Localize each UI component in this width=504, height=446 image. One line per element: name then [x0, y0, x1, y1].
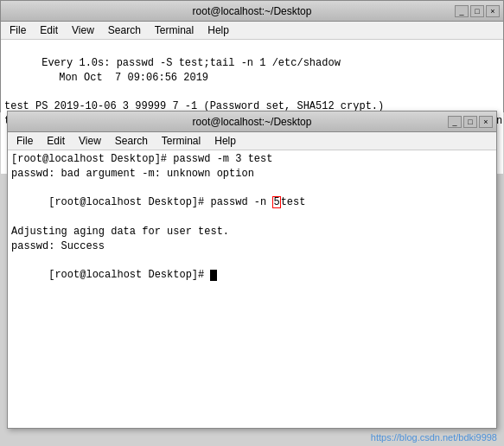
bottom-line-2: passwd: bad argument -m: unknown option [11, 167, 493, 182]
menu-search-top[interactable]: Search [106, 23, 143, 37]
bottom-line-4: Adjusting aging data for user test. [11, 225, 493, 239]
line1-left: Every 1.0s: passwd -S test;tail -n 1 /et… [41, 57, 341, 69]
title-bar-top: root@localhost:~/Desktop _ □ × [1, 1, 503, 22]
menu-bar-bottom: File Edit View Search Terminal Help [8, 132, 496, 150]
bottom-line-1: [root@localhost Desktop]# passwd -m 3 te… [11, 152, 493, 167]
terminal-window-top: root@localhost:~/Desktop _ □ × File Edit… [0, 0, 504, 112]
terminal-output-bottom: [root@localhost Desktop]# passwd -m 3 te… [8, 150, 496, 299]
menu-edit-top[interactable]: Edit [38, 23, 60, 37]
top-window-title: root@localhost:~/Desktop [193, 5, 312, 17]
line3-pre: [root@localhost Desktop]# passwd -n [48, 196, 272, 208]
menu-bar-top: File Edit View Search Terminal Help [1, 22, 503, 40]
line3-highlight: 5 [272, 196, 280, 208]
menu-search-bottom[interactable]: Search [113, 134, 150, 148]
close-button-top[interactable]: × [486, 5, 500, 17]
terminal-window-bottom: root@localhost:~/Desktop _ □ × File Edit… [7, 111, 497, 429]
top-window-buttons: _ □ × [455, 5, 500, 17]
bottom-line-6: [root@localhost Desktop]# [11, 254, 493, 297]
bottom-line-3: [root@localhost Desktop]# passwd -n 5tes… [11, 182, 493, 225]
close-button-bottom[interactable]: × [479, 116, 493, 128]
line3-post: test [281, 196, 306, 208]
menu-file-bottom[interactable]: File [15, 134, 35, 148]
line1-right: Mon Oct 7 09:06:56 2019 [59, 72, 208, 84]
output-line-1: Every 1.0s: passwd -S test;tail -n 1 /et… [4, 41, 500, 99]
menu-view-bottom[interactable]: View [77, 134, 103, 148]
title-bar-bottom: root@localhost:~/Desktop _ □ × [8, 112, 496, 132]
cursor [210, 270, 217, 281]
maximize-button-top[interactable]: □ [470, 5, 484, 17]
bottom-window-buttons: _ □ × [448, 116, 493, 128]
bottom-window-title: root@localhost:~/Desktop [193, 116, 312, 128]
menu-edit-bottom[interactable]: Edit [45, 134, 67, 148]
menu-file-top[interactable]: File [8, 23, 28, 37]
minimize-button-top[interactable]: _ [455, 5, 469, 17]
menu-view-top[interactable]: View [70, 23, 96, 37]
menu-terminal-bottom[interactable]: Terminal [160, 134, 202, 148]
menu-terminal-top[interactable]: Terminal [153, 23, 195, 37]
bottom-line-5: passwd: Success [11, 239, 493, 254]
menu-help-top[interactable]: Help [206, 23, 231, 37]
maximize-button-bottom[interactable]: □ [463, 116, 477, 128]
menu-help-bottom[interactable]: Help [213, 134, 238, 148]
watermark: https://blog.csdn.net/bdki9998 [371, 432, 497, 443]
prompt: [root@localhost Desktop]# [48, 269, 210, 281]
minimize-button-bottom[interactable]: _ [448, 116, 462, 128]
